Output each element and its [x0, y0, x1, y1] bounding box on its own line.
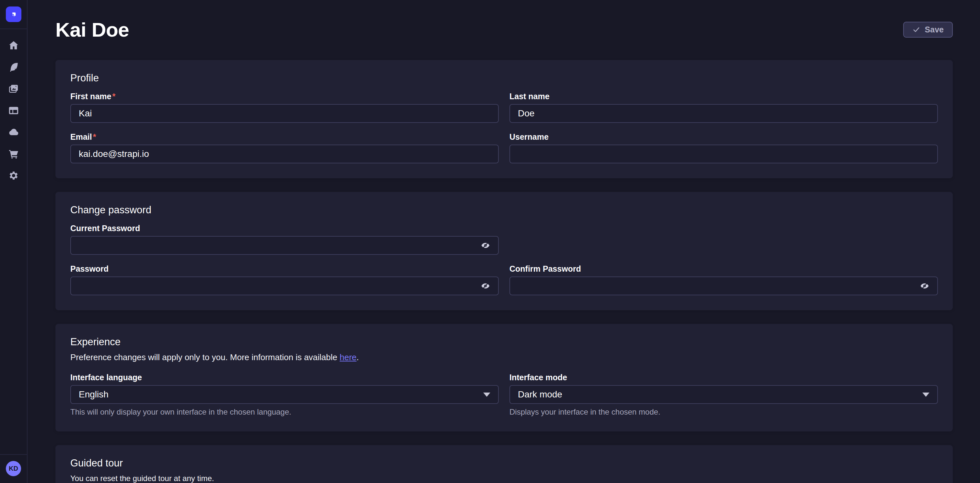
experience-description-text: Preference changes will apply only to yo… — [70, 352, 340, 362]
current-password-input[interactable] — [70, 236, 499, 255]
current-password-input-wrap — [70, 236, 499, 255]
guided-tour-card: Guided tour You can reset the guided tou… — [56, 445, 953, 483]
experience-description-period: . — [356, 352, 359, 362]
eye-off-icon — [480, 281, 491, 290]
username-label: Username — [509, 132, 938, 142]
toggle-current-password-visibility-button[interactable] — [479, 239, 492, 251]
new-password-label: Password — [70, 264, 499, 274]
toggle-confirm-password-visibility-button[interactable] — [918, 280, 931, 292]
page-title: Kai Doe — [56, 18, 129, 41]
username-field-group: Username — [509, 132, 938, 163]
chevron-down-icon — [922, 392, 929, 397]
eye-off-icon — [919, 281, 930, 290]
cloud-icon — [8, 127, 19, 138]
profile-card-title: Profile — [70, 72, 938, 84]
confirm-password-label: Confirm Password — [509, 264, 938, 274]
media-library-icon — [8, 83, 19, 94]
app-window: KD Kai Doe Save Profile First name* — [0, 0, 980, 483]
current-password-label: Current Password — [70, 224, 499, 233]
profile-grid: First name* Last name Email* Username — [70, 92, 938, 163]
profile-card: Profile First name* Last name Email* — [56, 60, 953, 178]
email-field-group: Email* — [70, 132, 499, 163]
email-label: Email* — [70, 132, 499, 142]
sidebar-nav — [8, 29, 19, 182]
gear-icon — [8, 170, 19, 181]
cart-icon — [8, 148, 19, 159]
first-name-field-group: First name* — [70, 92, 499, 123]
sidebar: KD — [0, 0, 27, 483]
sidebar-item-content-type-builder[interactable] — [8, 105, 19, 116]
home-icon — [8, 40, 19, 51]
sidebar-item-marketplace[interactable] — [8, 148, 19, 160]
email-label-text: Email — [70, 132, 92, 141]
feather-icon — [8, 62, 19, 73]
email-field[interactable] — [70, 145, 499, 163]
username-input[interactable] — [509, 145, 938, 163]
interface-mode-field-group: Interface mode Dark mode Displays your i… — [509, 373, 938, 416]
new-password-input[interactable] — [70, 276, 499, 295]
last-name-label: Last name — [509, 92, 938, 101]
strapi-logo-icon[interactable] — [6, 6, 21, 22]
confirm-password-input-wrap — [509, 276, 938, 295]
toggle-new-password-visibility-button[interactable] — [479, 280, 492, 292]
logo-container — [6, 0, 21, 29]
guided-tour-description: You can reset the guided tour at any tim… — [70, 474, 938, 483]
confirm-password-field-group: Confirm Password — [509, 264, 938, 295]
interface-mode-value: Dark mode — [518, 389, 562, 400]
chevron-down-icon — [483, 392, 490, 397]
new-password-field-group: Password — [70, 264, 499, 295]
check-icon — [912, 26, 920, 34]
first-name-label: First name* — [70, 92, 499, 101]
sidebar-item-settings[interactable] — [8, 170, 19, 182]
main-content: Kai Doe Save Profile First name* Last — [27, 0, 980, 483]
page-header: Kai Doe Save — [56, 0, 953, 60]
interface-language-label: Interface language — [70, 373, 499, 382]
guided-tour-card-title: Guided tour — [70, 457, 938, 469]
sidebar-item-home[interactable] — [8, 40, 19, 51]
last-name-input[interactable] — [509, 104, 938, 123]
user-avatar[interactable]: KD — [6, 461, 21, 476]
eye-off-icon — [480, 241, 491, 250]
interface-language-hint: This will only display your own interfac… — [70, 408, 499, 416]
required-asterisk: * — [93, 132, 96, 141]
new-password-input-wrap — [70, 276, 499, 295]
confirm-password-input[interactable] — [509, 276, 938, 295]
change-password-card: Change password Current Password — [56, 192, 953, 310]
layout-icon — [8, 105, 19, 116]
interface-language-select[interactable]: English — [70, 385, 499, 404]
password-grid-empty-cell — [509, 224, 938, 255]
sidebar-item-content-manager[interactable] — [8, 61, 19, 73]
more-information-link[interactable]: here — [340, 352, 356, 362]
required-asterisk: * — [112, 92, 115, 101]
experience-card: Experience Preference changes will apply… — [56, 324, 953, 432]
first-name-label-text: First name — [70, 92, 111, 101]
experience-card-title: Experience — [70, 336, 938, 348]
interface-language-field-group: Interface language English This will onl… — [70, 373, 499, 416]
change-password-card-title: Change password — [70, 204, 938, 216]
interface-mode-label: Interface mode — [509, 373, 938, 382]
last-name-field-group: Last name — [509, 92, 938, 123]
password-grid: Current Password Pass — [70, 224, 938, 295]
interface-language-value: English — [79, 389, 108, 400]
sidebar-item-media-library[interactable] — [8, 83, 19, 95]
interface-mode-select[interactable]: Dark mode — [509, 385, 938, 404]
save-button[interactable]: Save — [903, 22, 953, 38]
sidebar-item-deploy[interactable] — [8, 126, 19, 138]
save-button-label: Save — [925, 25, 944, 34]
experience-description: Preference changes will apply only to yo… — [70, 352, 938, 362]
interface-mode-hint: Displays your interface in the chosen mo… — [509, 408, 938, 416]
current-password-field-group: Current Password — [70, 224, 499, 255]
first-name-input[interactable] — [70, 104, 499, 123]
experience-grid: Interface language English This will onl… — [70, 373, 938, 416]
sidebar-divider-bottom — [0, 454, 27, 455]
